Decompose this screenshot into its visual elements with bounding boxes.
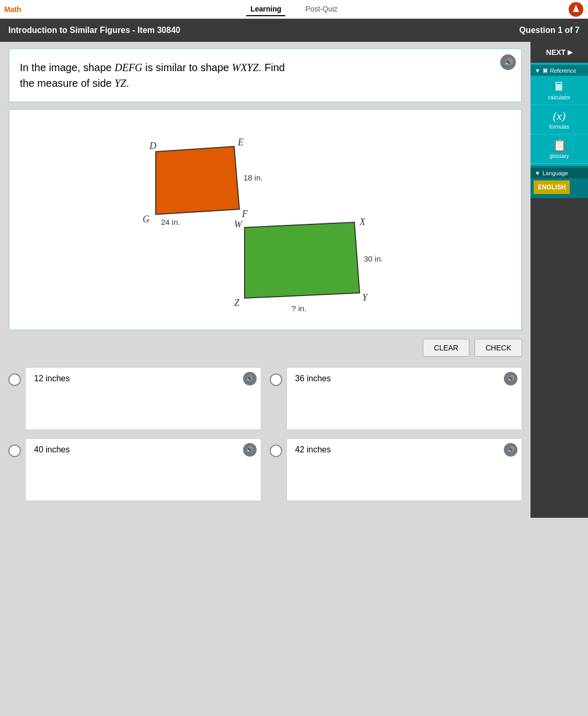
next-label: NEXT bbox=[546, 48, 566, 56]
answer-text-d: 42 inches bbox=[295, 445, 331, 454]
reference-chevron-icon: ▼ bbox=[535, 67, 540, 74]
svg-text:24 in.: 24 in. bbox=[161, 218, 180, 226]
svg-marker-2 bbox=[156, 146, 239, 214]
avatar bbox=[568, 2, 584, 17]
answer-option-c: 🔊 40 inches bbox=[8, 438, 261, 501]
answer-text-a: 12 inches bbox=[34, 374, 70, 383]
tab-postquiz[interactable]: Post-Quiz bbox=[301, 3, 341, 16]
formulas-label: formulas bbox=[549, 124, 569, 130]
glossary-tool[interactable]: 📋 glossary bbox=[531, 134, 588, 164]
answers-grid: 🔊 12 inches 🔊 36 inches 🔊 40 inches bbox=[8, 367, 522, 512]
formulas-icon: (x) bbox=[553, 109, 566, 123]
answer-audio-a[interactable]: 🔊 bbox=[243, 372, 257, 385]
content-area: 🔊In the image, shape DEFG is similar to … bbox=[0, 42, 531, 518]
formulas-tool[interactable]: (x) formulas bbox=[531, 105, 588, 134]
top-nav: Math Learning Post-Quiz bbox=[0, 0, 588, 19]
svg-marker-9 bbox=[245, 222, 360, 298]
prompt-box: 🔊In the image, shape DEFG is similar to … bbox=[8, 48, 522, 103]
answer-radio-b[interactable] bbox=[270, 373, 282, 386]
next-arrow-icon: ▶ bbox=[568, 49, 572, 56]
answer-option-b: 🔊 36 inches bbox=[270, 367, 523, 430]
language-section: ▼ Language ENGLISH bbox=[531, 166, 588, 198]
answer-option-a: 🔊 12 inches bbox=[8, 367, 261, 430]
answer-text-c: 40 inches bbox=[34, 445, 70, 454]
clear-button[interactable]: CLEAR bbox=[423, 339, 469, 357]
svg-text:F: F bbox=[241, 209, 248, 219]
main-layout: 🔊In the image, shape DEFG is similar to … bbox=[0, 42, 588, 518]
answer-radio-a[interactable] bbox=[8, 373, 21, 386]
prompt-audio-button[interactable]: 🔊 bbox=[500, 54, 516, 70]
diagram-svg: D E F G 18 in. 24 in. W X Y Z 30 in. ? bbox=[130, 120, 401, 319]
svg-text:Y: Y bbox=[362, 292, 368, 303]
answer-audio-c[interactable]: 🔊 bbox=[243, 443, 257, 457]
prompt-full-text: In the image, shape DEFG is similar to s… bbox=[20, 62, 285, 89]
question-counter: Question 1 of 7 bbox=[519, 26, 580, 35]
language-label: Language bbox=[543, 170, 568, 176]
language-english-button[interactable]: ENGLISH bbox=[534, 180, 570, 194]
calculator-label: calculator bbox=[548, 95, 571, 100]
next-button[interactable]: NEXT ▶ bbox=[531, 42, 588, 63]
right-sidebar: NEXT ▶ ▼ ▣ Reference 🖩 calculator (x) fo… bbox=[531, 42, 588, 518]
diagram-container: D E F G 18 in. 24 in. W X Y Z 30 in. ? bbox=[8, 109, 522, 331]
glossary-label: glossary bbox=[549, 153, 569, 159]
buttons-row: CLEAR CHECK bbox=[8, 339, 522, 357]
answer-radio-c[interactable] bbox=[8, 445, 21, 457]
answer-audio-d[interactable]: 🔊 bbox=[504, 443, 517, 457]
svg-text:W: W bbox=[234, 219, 243, 230]
question-header: Introduction to Similar Figures - Item 3… bbox=[0, 19, 588, 42]
answer-text-b: 36 inches bbox=[295, 374, 331, 383]
reference-section: ▼ ▣ Reference 🖩 calculator (x) formulas … bbox=[531, 63, 588, 166]
calculator-tool[interactable]: 🖩 calculator bbox=[531, 76, 588, 105]
svg-text:G: G bbox=[143, 214, 149, 224]
reference-icon: ▣ bbox=[543, 67, 548, 74]
answer-audio-b[interactable]: 🔊 bbox=[504, 372, 517, 385]
answer-radio-d[interactable] bbox=[270, 445, 282, 457]
reference-header[interactable]: ▼ ▣ Reference bbox=[531, 65, 588, 76]
calculator-icon: 🖩 bbox=[554, 80, 565, 94]
answer-card-b[interactable]: 🔊 36 inches bbox=[286, 367, 523, 430]
answer-card-d[interactable]: 🔊 42 inches bbox=[286, 438, 523, 501]
math-label: Math bbox=[0, 5, 21, 14]
svg-text:30 in.: 30 in. bbox=[364, 254, 383, 263]
check-button[interactable]: CHECK bbox=[475, 339, 522, 357]
answer-option-d: 🔊 42 inches bbox=[270, 438, 523, 501]
reference-label: Reference bbox=[550, 67, 577, 74]
svg-text:Z: Z bbox=[234, 298, 240, 308]
answer-card-a[interactable]: 🔊 12 inches bbox=[25, 367, 261, 430]
answer-card-c[interactable]: 🔊 40 inches bbox=[25, 438, 261, 501]
svg-text:18 in.: 18 in. bbox=[244, 173, 263, 182]
nav-tabs: Learning Post-Quiz bbox=[246, 3, 342, 16]
question-title: Introduction to Similar Figures - Item 3… bbox=[8, 26, 180, 35]
svg-text:? in.: ? in. bbox=[292, 304, 306, 313]
language-chevron-icon: ▼ bbox=[535, 170, 540, 176]
svg-text:E: E bbox=[237, 137, 244, 147]
svg-text:D: D bbox=[149, 141, 156, 151]
glossary-icon: 📋 bbox=[552, 139, 567, 152]
svg-text:X: X bbox=[359, 217, 366, 227]
tab-learning[interactable]: Learning bbox=[246, 3, 285, 16]
language-header[interactable]: ▼ Language bbox=[531, 168, 588, 178]
